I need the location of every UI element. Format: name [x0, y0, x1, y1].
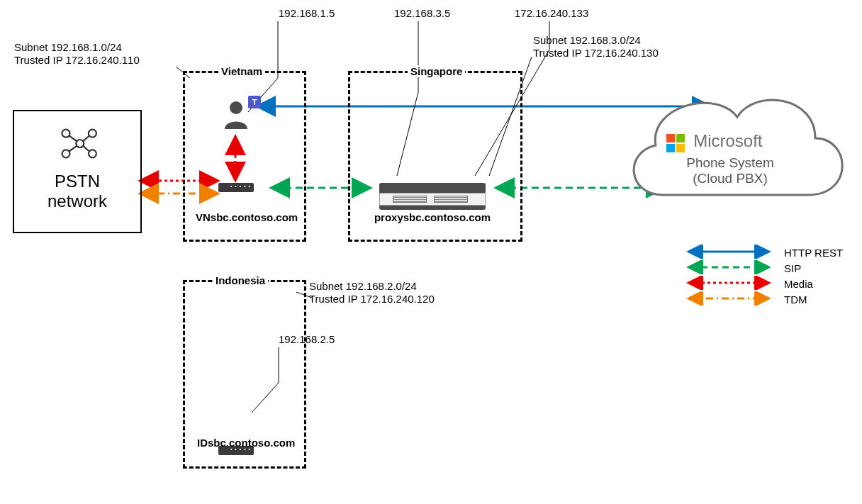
vietnam-subnet-label: Subnet 192.168.1.0/24: [14, 41, 122, 53]
legend-sip-label: SIP: [784, 262, 856, 274]
pstn-title-1: PSTN: [14, 172, 140, 191]
svg-line-8: [69, 146, 77, 152]
microsoft-logo-icon: [666, 134, 686, 154]
svg-line-9: [83, 136, 89, 142]
cloud-line2: (Cloud PBX): [659, 171, 801, 186]
proxy-sbc-device: [379, 183, 486, 210]
vietnam-trusted-label: Trusted IP 172.16.240.110: [14, 54, 140, 66]
indonesia-region-title: Indonesia: [213, 274, 268, 286]
vn-sbc-label: VNsbc.contoso.com: [196, 211, 298, 223]
cloud-line1: Phone System: [659, 155, 801, 171]
svg-point-11: [230, 101, 242, 114]
proxy-sbc-label: proxysbc.contoso.com: [372, 211, 493, 223]
cloud-shape: Microsoft Phone System (Cloud PBX): [617, 67, 851, 223]
user-icon: [223, 99, 249, 131]
indonesia-subnet-label: Subnet 192.168.2.0/24: [309, 280, 417, 292]
pstn-title-2: network: [14, 191, 140, 211]
legend-tdm-label: TDM: [784, 293, 856, 306]
legend-media-label: Media: [784, 278, 856, 290]
svg-line-7: [69, 136, 77, 142]
svg-point-4: [76, 140, 84, 147]
legend-arrow-http: [686, 245, 771, 261]
svg-line-10: [83, 146, 89, 152]
singapore-subnet-label: Subnet 192.168.3.0/24: [533, 34, 641, 46]
singapore-trusted-label: Trusted IP 172.16.240.130: [533, 47, 659, 59]
svg-point-2: [62, 130, 70, 138]
legend-arrow-sip: [686, 260, 771, 276]
cloud-brand: Microsoft: [693, 131, 762, 150]
vietnam-ip-label: 192.168.1.5: [279, 7, 335, 19]
legend-http-label: HTTP REST: [784, 247, 856, 259]
pstn-network-box: PSTN network: [13, 110, 142, 233]
legend-arrow-media: [686, 276, 771, 292]
pstn-network-icon: [58, 124, 97, 165]
vietnam-region-title: Vietnam: [218, 65, 265, 77]
singapore-ip-external: 172.16.240.133: [515, 7, 588, 19]
svg-point-3: [62, 150, 70, 157]
svg-point-6: [89, 150, 96, 157]
singapore-ip-internal: 192.168.3.5: [394, 7, 450, 19]
legend: HTTP REST SIP Media TDM: [686, 245, 856, 307]
legend-arrow-tdm: [686, 291, 771, 308]
svg-point-5: [89, 130, 96, 138]
singapore-region-title: Singapore: [408, 65, 465, 77]
id-sbc-label: IDsbc.contoso.com: [197, 437, 295, 449]
teams-icon: T: [248, 96, 261, 108]
vn-sbc-device: [218, 183, 254, 192]
indonesia-trusted-label: Trusted IP 172.16.240.120: [309, 293, 435, 305]
